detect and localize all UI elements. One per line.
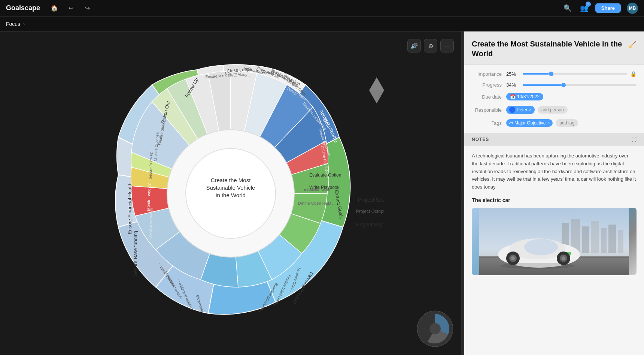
progress-value: 34% [506,82,637,88]
avatar[interactable]: MB [627,3,638,14]
progress-slider[interactable] [523,84,637,86]
importance-slider[interactable] [523,73,627,75]
sound-button[interactable]: 🔊 [407,39,421,52]
label-secure-base: Secure Base funding [133,231,138,276]
tag-icon: 🏷 [509,121,513,125]
svg-point-1 [429,323,441,334]
svg-point-18 [511,256,515,260]
home-button[interactable]: 🏠 [49,3,60,13]
progress-row: Progress 34% [472,82,637,88]
search-button[interactable]: 🔍 [562,3,573,13]
due-date-badge[interactable]: 📅 10/31/2022 [506,93,543,100]
responsible-label: Responsible [472,107,502,113]
tags-label: Tags [472,120,502,126]
wheel-area: 🔊 ⊕ ⋯ [0,31,461,355]
users-button[interactable]: 👥 1 [579,3,589,13]
app-header: Goalscape 🏠 ↩ ↪ 🔍 👥 1 Share MB [0,0,644,16]
importance-label: Importance [472,71,502,77]
more-options-button[interactable]: ⋯ [440,39,454,52]
svg-rect-8 [608,225,616,253]
svg-point-22 [500,263,575,269]
svg-rect-5 [582,226,589,253]
panel-header: Create the Most Sustainable Vehicle in t… [464,31,644,65]
center-text-3: in the World [216,192,246,198]
add-tag-button[interactable]: add tag [556,119,578,127]
redo-button[interactable]: ↪ [82,3,92,13]
tags-row: Tags 🏷 Major Objective × add tag [472,119,637,127]
progress-label: Progress [472,82,502,88]
nav-arrow-down [369,90,384,103]
date-text: 10/31/2022 [517,94,540,99]
calendar-icon: 📅 [510,94,516,99]
svg-rect-7 [601,228,607,253]
progress-percent: 34% [506,82,520,88]
responsible-value: 👤 Peter × add person [506,106,637,114]
svg-point-14 [524,239,558,255]
notes-subtitle: The electric car [472,197,637,203]
label-evaluate: Evaluate Option [309,172,341,178]
tag-chip[interactable]: 🏷 Major Objective × [506,119,553,127]
label-project-sea[interactable]: Project Sea [358,197,384,203]
tag-text: Major Objective [514,120,546,126]
wheel-toolbar: 🔊 ⊕ ⋯ [407,39,454,52]
minimap[interactable] [416,310,454,348]
label-financial: Ensure Financial Health [127,182,133,234]
person-avatar: 👤 [509,107,515,113]
importance-percent: 25% [506,71,520,77]
person-name: Peter [517,107,528,112]
label-establish-goal: Establish Goal ... [304,187,335,192]
label-project-octopus[interactable]: Project Octopus [356,209,384,214]
resize-handle[interactable]: ⋮ [461,31,464,355]
notes-body: A technological tsunami has been upturni… [472,152,637,191]
app-logo: Goalscape [6,4,40,12]
goal-wheel[interactable]: Create the Most Sustainable Vehicle in t… [77,40,384,347]
expand-icon[interactable]: ⛶ [631,136,637,142]
person-chip[interactable]: 👤 Peter × [506,106,535,114]
nav-arrow-up [369,77,384,90]
focus-label[interactable]: Focus [6,21,20,27]
responsible-row: Responsible 👤 Peter × add person [472,106,637,114]
tags-value: 🏷 Major Objective × add tag [506,119,637,127]
add-node-button[interactable]: ⊕ [424,39,437,52]
focus-chevron: › [23,21,25,27]
label-project-sky[interactable]: Project Sky [356,222,383,228]
center-text-2: Sustainable Vehicle [206,184,255,191]
notes-title: NOTES [472,137,489,142]
notes-content: A technological tsunami has been upturni… [464,146,644,355]
importance-row: Importance 25% 🔒 [472,71,637,77]
car-image [472,208,637,275]
svg-rect-6 [591,221,599,253]
importance-value: 25% 🔒 [506,71,637,77]
broom-icon[interactable]: 🧹 [628,40,637,49]
label-define-rd: Define Open R&D ... [298,201,335,205]
svg-point-21 [562,256,565,260]
lock-icon[interactable]: 🔒 [630,71,637,77]
share-button[interactable]: Share [595,3,621,13]
subheader: Focus › [0,16,644,31]
due-date-label: Due date [472,94,502,100]
center-text-1: Create the Most [211,177,251,183]
remove-tag-button[interactable]: × [547,120,550,126]
add-person-button[interactable]: add person [538,106,568,114]
due-date-value: 📅 10/31/2022 [506,93,637,100]
remove-person-button[interactable]: × [529,107,532,112]
undo-button[interactable]: ↩ [66,3,76,13]
notification-badge: 1 [586,1,591,7]
main-content: 🔊 ⊕ ⋯ [0,31,644,355]
svg-rect-9 [618,230,623,253]
panel-fields: Importance 25% 🔒 Progress 34% [464,65,644,133]
panel-title: Create the Most Sustainable Vehicle in t… [472,39,624,58]
right-panel: Create the Most Sustainable Vehicle in t… [464,31,644,355]
due-date-row: Due date 📅 10/31/2022 [472,93,637,100]
notes-header: NOTES ⛶ [464,133,644,146]
